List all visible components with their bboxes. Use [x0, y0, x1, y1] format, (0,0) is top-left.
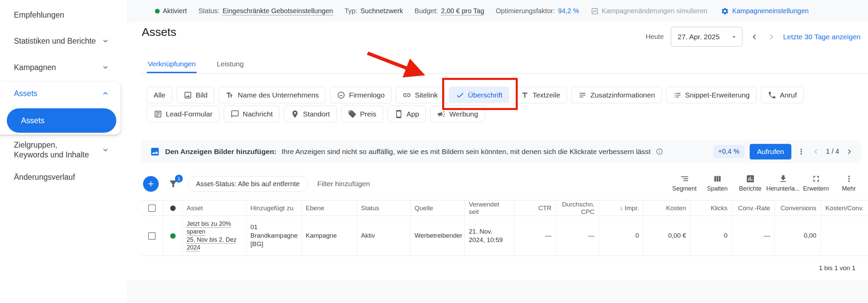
sidebar-item-label: Assets [14, 89, 37, 98]
chip-preis[interactable]: Preis [341, 106, 383, 122]
col-quelle[interactable]: Quelle [410, 200, 465, 216]
campaign-settings-label: Kampagneneinstellungen [732, 7, 809, 15]
chart-icon [746, 174, 755, 183]
budget-label: Budget: [415, 7, 438, 15]
col-hinzugefuegt-zu[interactable]: Hinzugefügt zu [246, 200, 301, 216]
campaign-settings-button[interactable]: Kampagneneinstellungen [721, 7, 809, 15]
chip-bild[interactable]: Bild [177, 87, 214, 103]
action-label: Spalten [707, 185, 728, 192]
filter-button[interactable]: 1 [168, 179, 178, 189]
row-checkbox[interactable] [148, 232, 156, 240]
sidebar-item-aenderungsverlauf[interactable]: Änderungsverlauf [0, 170, 121, 184]
more-button[interactable]: Mehr [832, 172, 865, 192]
banner-actions: +0,4 % Aufrufen 1 / 4 [713, 144, 854, 159]
chip-zusatzinformationen[interactable]: Zusatzinformationen [571, 87, 662, 103]
tab-verknuepfungen[interactable]: Verknüpfungen [147, 56, 197, 73]
chip-app[interactable]: App [388, 106, 426, 122]
col-asset[interactable]: Asset [182, 200, 246, 216]
download-button[interactable]: Herunterla... [767, 172, 800, 192]
chip-textzeile[interactable]: Textzeile [514, 87, 567, 103]
sidebar-item-kampagnen[interactable]: Kampagnen [0, 61, 121, 74]
table-pagination: 1 bis 1 von 1 [141, 256, 868, 280]
col-verwendet-seit[interactable]: Verwendet seit [465, 200, 514, 216]
chip-nachricht[interactable]: Nachricht [224, 106, 280, 122]
sidebar-item-label: Kampagnen [14, 63, 56, 72]
col-ebene[interactable]: Ebene [301, 200, 357, 216]
chip-label: Name des Unternehmens [238, 91, 319, 99]
columns-button[interactable]: Spalten [701, 172, 734, 192]
expand-button[interactable]: Erweitern [800, 172, 832, 192]
col-durchschn-cpc[interactable]: Durchschn. CPC [556, 200, 599, 216]
chip-sitelink[interactable]: Sitelink [396, 87, 445, 103]
segment-button[interactable]: Segment [668, 172, 701, 192]
campaign-state[interactable]: Aktiviert [155, 7, 187, 15]
reports-button[interactable]: Berichte [734, 172, 767, 192]
assets-content-card: Assets Heute 27. Apr. 2025 Letzte 30 Tag… [127, 22, 868, 280]
banner-prev-icon[interactable] [811, 147, 821, 156]
message-icon [231, 110, 239, 118]
page-background [127, 280, 868, 303]
chip-label: Sitelink [415, 91, 438, 99]
filter-count-badge: 1 [175, 175, 183, 182]
add-filter-button[interactable]: Filter hinzufügen [317, 180, 370, 188]
previous-period-icon[interactable] [749, 32, 760, 42]
select-all-checkbox[interactable] [148, 204, 156, 212]
price-tag-icon [348, 110, 357, 118]
date-picker[interactable]: 27. Apr. 2025 [671, 27, 743, 47]
col-kosten-conv[interactable]: Kosten/Conv. [821, 200, 868, 216]
info-icon[interactable] [656, 148, 663, 155]
chip-alle[interactable]: Alle [147, 87, 172, 103]
banner-next-icon[interactable] [845, 147, 854, 156]
type-label: Typ: [344, 7, 357, 15]
col-ctr[interactable]: CTR [514, 200, 556, 216]
campaign-status[interactable]: Status: Eingeschränkte Gebotseinstellung… [198, 7, 333, 15]
chip-werbung[interactable]: Werbung [430, 106, 485, 122]
tab-leistung[interactable]: Leistung [216, 56, 244, 73]
chip-label: Lead-Formular [166, 110, 213, 118]
chip-anruf[interactable]: Anruf [761, 87, 804, 103]
campaign-budget[interactable]: Budget: 2,00 € pro Tag [415, 7, 484, 15]
chip-ueberschrift-selected[interactable]: Überschrift [449, 87, 509, 103]
kebab-menu-icon[interactable] [797, 147, 806, 156]
chip-label: Preis [360, 110, 376, 118]
show-last-30-days-link[interactable]: Letzte 30 Tage anzeigen [783, 33, 861, 41]
chip-label: Bild [196, 91, 208, 99]
cell-hinzugefuegt-zu[interactable]: 01 Brandkampagne [BG] [246, 216, 301, 256]
chip-name-des-unternehmens[interactable]: Name des Unternehmens [219, 87, 326, 103]
campaign-bar-actions: Kampagnenänderungen simulieren Kampagnen… [591, 7, 809, 15]
table-toolbar: 1 Asset-Status: Alle bis auf entfernte F… [127, 171, 868, 196]
chip-lead-formular[interactable]: Lead-Formular [147, 106, 219, 122]
col-kosten[interactable]: Kosten [643, 200, 690, 216]
asset-title[interactable]: Jetzt bis zu 20% sparen [187, 220, 231, 235]
status-value: Eingeschränkte Gebotseinstellungen [222, 7, 333, 15]
app-icon [394, 110, 403, 118]
cell-asset[interactable]: Jetzt bis zu 20% sparen 25. Nov bis 2. D… [182, 216, 246, 256]
sidebar-item-statistiken[interactable]: Statistiken und Berichte [0, 34, 121, 48]
col-status[interactable]: Status [357, 200, 410, 216]
sidebar-item-zielgruppen[interactable]: Zielgruppen, Keywords und Inhalte [0, 140, 121, 160]
next-period-icon[interactable] [766, 32, 776, 42]
banner-cta-button[interactable]: Aufrufen [750, 144, 791, 159]
add-asset-button[interactable] [143, 176, 159, 192]
asset-status-filter-chip[interactable]: Asset-Status: Alle bis auf entfernte [188, 176, 308, 192]
sidebar-subitem-assets-selected[interactable]: Assets [7, 108, 116, 133]
optimization-score[interactable]: Optimierungsfaktor: 94,2 % [496, 7, 579, 15]
sidebar-item-empfehlungen[interactable]: Empfehlungen [0, 8, 121, 22]
assets-table: Asset Hinzugefügt zu Ebene Status Quelle… [141, 200, 868, 280]
chip-standort[interactable]: Standort [284, 106, 336, 122]
sidebar-item-assets[interactable]: Assets [0, 87, 121, 100]
chip-firmenlogo[interactable]: Firmenlogo [330, 87, 391, 103]
col-conversions[interactable]: Conversions [774, 200, 821, 216]
chip-label: App [407, 110, 419, 118]
cell-status[interactable]: Aktiv [357, 216, 410, 256]
col-klicks[interactable]: Klicks [690, 200, 732, 216]
cell-kosten-conv [821, 216, 868, 256]
chip-snippet-erweiterung[interactable]: Snippet-Erweiterung [666, 87, 756, 103]
col-impr[interactable]: ↓ Impr. [599, 200, 643, 216]
cell-klicks: 0 [690, 216, 732, 256]
toolbar-right: Segment Spalten Berichte Herunterla... E… [668, 172, 865, 192]
date-value: 27. Apr. 2025 [678, 33, 720, 41]
sidebar-item-label: Statistiken und Berichte [14, 37, 96, 46]
col-conv-rate[interactable]: Conv.-Rate [732, 200, 774, 216]
simulate-changes-button: Kampagnenänderungen simulieren [591, 7, 707, 15]
